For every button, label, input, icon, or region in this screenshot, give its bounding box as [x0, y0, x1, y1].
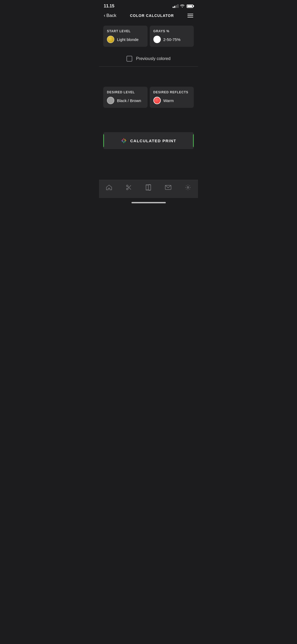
start-level-section: START LEVEL Light blonde GRAYS % 2-50-75… [99, 21, 198, 51]
chevron-left-icon: ‹ [104, 13, 105, 18]
desired-level-value: Black / Brown [107, 97, 144, 104]
status-time: 11.15 [104, 4, 114, 8]
desired-level-dot [107, 97, 114, 104]
desired-reflects-value: Warm [153, 97, 190, 104]
menu-icon-line [187, 15, 193, 16]
desired-reflects-dot [153, 97, 161, 104]
svg-point-2 [126, 188, 128, 190]
menu-icon-line [187, 17, 193, 17]
previously-colored-checkbox[interactable] [126, 56, 132, 62]
desired-level-card[interactable]: DESIRED LEVEL Black / Brown [103, 87, 148, 108]
grays-percent-value: 2-50-75% [153, 36, 190, 43]
start-level-card[interactable]: START LEVEL Light blonde [103, 26, 148, 47]
mid-spacer [99, 112, 198, 128]
tab-settings[interactable] [182, 183, 194, 193]
wifi-icon [180, 4, 185, 8]
desired-level-text: Black / Brown [117, 98, 141, 103]
tab-book[interactable] [142, 183, 154, 193]
grays-percent-text: 2-50-75% [163, 37, 181, 42]
signal-icon [173, 4, 178, 8]
desired-reflects-text: Warm [163, 98, 174, 103]
page-title: COLOR CALCULATOR [130, 13, 174, 18]
previously-colored-area: Previously colored [99, 51, 198, 66]
start-level-value: Light blonde [107, 36, 144, 43]
section-spacer [99, 67, 198, 82]
desired-level-label: DESIRED LEVEL [107, 90, 144, 94]
desired-section: DESIRED LEVEL Black / Brown DESIRED REFL… [99, 82, 198, 112]
battery-icon [187, 4, 193, 8]
book-icon [145, 184, 151, 192]
color-wheel-icon [121, 137, 127, 144]
back-label: Back [106, 13, 116, 18]
tab-home[interactable] [103, 183, 115, 192]
svg-point-1 [126, 185, 128, 187]
start-level-label: START LEVEL [107, 29, 144, 33]
gear-icon [185, 184, 191, 192]
svg-point-7 [187, 187, 189, 188]
grays-percent-dot [153, 36, 161, 43]
calculated-print-label: CALCULATED PRINT [130, 139, 176, 143]
scissors-icon [126, 184, 132, 192]
status-icons [173, 4, 193, 8]
home-bar [131, 202, 166, 203]
home-icon [106, 185, 112, 191]
grays-percent-card[interactable]: GRAYS % 2-50-75% [150, 26, 194, 47]
svg-line-5 [129, 185, 131, 187]
calculated-print-button[interactable]: CALCULATED PRINT [103, 132, 194, 149]
grays-percent-label: GRAYS % [153, 29, 190, 33]
desired-reflects-label: DESIRED REFLECTS [153, 90, 190, 94]
tab-bar [99, 180, 198, 198]
status-bar: 11.15 [99, 0, 198, 11]
previously-colored-label: Previously colored [136, 56, 171, 61]
start-level-text: Light blonde [117, 37, 139, 42]
start-level-dot [107, 36, 114, 43]
menu-icon-line [187, 14, 193, 14]
menu-button[interactable] [187, 14, 193, 17]
svg-point-0 [123, 140, 125, 142]
home-indicator [99, 198, 198, 207]
tab-tools[interactable] [122, 183, 135, 193]
nav-bar: ‹ Back COLOR CALCULATOR [99, 11, 198, 21]
back-button[interactable]: ‹ Back [104, 13, 116, 18]
calculated-print-section: CALCULATED PRINT [99, 128, 198, 153]
bottom-content-spacer [99, 153, 198, 180]
mail-icon [165, 185, 171, 191]
tab-mail[interactable] [162, 184, 175, 192]
desired-reflects-card[interactable]: DESIRED REFLECTS Warm [150, 87, 194, 108]
